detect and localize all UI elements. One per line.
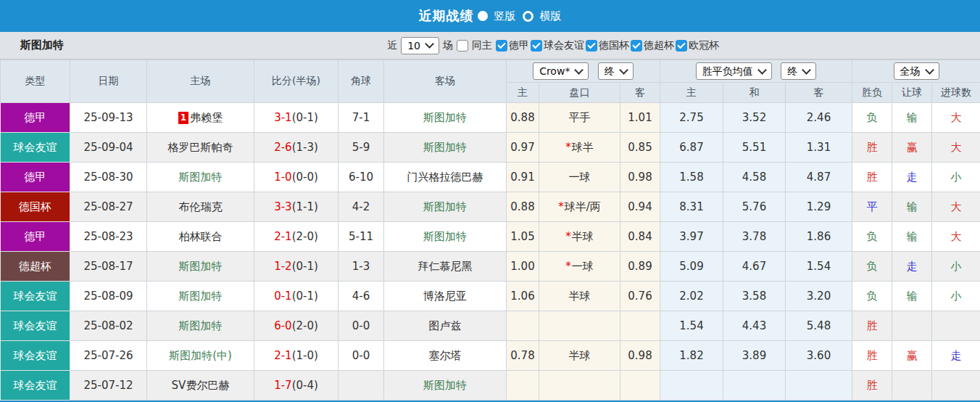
match-row: 德国杯25-08-27布伦瑞克3-3(1-1)4-2斯图加特0.88*球半/两0…	[1, 192, 980, 222]
result-goals-cell: 大	[932, 133, 980, 163]
corner-cell: 5-11	[339, 222, 384, 252]
sub-header-result-handicap: 让球	[892, 83, 932, 103]
col-header-home: 主场	[147, 60, 254, 103]
league-checkbox[interactable]	[631, 40, 642, 52]
handicap-home-odds-cell: 1.06	[507, 282, 539, 311]
avg-draw-odds-cell: 3.52	[723, 103, 786, 133]
avg-home-odds-cell: 5.09	[660, 252, 723, 282]
away-team-cell: 斯图加特	[384, 192, 507, 222]
away-team-cell: 门兴格拉德巴赫	[384, 163, 507, 192]
home-team-cell: 斯图加特	[147, 311, 254, 341]
handicap-line-cell: 一球	[539, 163, 620, 192]
sub-header-result-wdl: 胜负	[852, 83, 892, 103]
recent-results-table: 类型 日期 主场 比分(半场) 角球 客场 Crow* 终 胜平负均值 终	[0, 60, 980, 401]
away-team-cell: 博洛尼亚	[384, 282, 507, 311]
home-team-cell: SV费尔巴赫	[147, 371, 254, 401]
date-cell: 25-08-27	[70, 192, 147, 222]
handicap-home-odds-cell: 1.05	[507, 222, 539, 252]
avg-home-odds-cell: 6.87	[660, 133, 723, 163]
score-cell: 1-2(0-1)	[254, 252, 339, 282]
avg-draw-odds-cell: 3.58	[723, 282, 786, 311]
avg-home-odds-cell: 1.58	[660, 163, 723, 192]
league-type-cell: 球会友谊	[1, 282, 70, 311]
rank-badge: 1	[178, 112, 188, 124]
sub-header-handicap-home: 主	[507, 83, 539, 103]
league-label[interactable]: 德超杯	[644, 39, 674, 52]
handicap-line-cell: *球半/两	[539, 192, 620, 222]
date-cell: 25-07-26	[70, 341, 147, 371]
sub-header-handicap-away: 客	[620, 83, 660, 103]
check-icon	[677, 40, 685, 48]
match-count-select[interactable]: 10	[401, 37, 439, 54]
games-label: 场	[443, 39, 453, 52]
result-goals-cell: 大	[932, 103, 980, 133]
col-header-type: 类型	[1, 60, 70, 103]
date-cell: 25-08-09	[70, 282, 147, 311]
same-venue-checkbox[interactable]	[457, 40, 468, 52]
same-venue-label[interactable]: 同主	[472, 39, 492, 52]
result-handicap-cell: 走	[892, 252, 932, 282]
corner-cell: 5-9	[339, 133, 384, 163]
home-team-cell: 1弗赖堡	[147, 103, 254, 133]
check-icon	[532, 40, 540, 48]
avg-home-odds-cell: 1.82	[660, 341, 723, 371]
sub-header-result-goals: 进球数	[932, 83, 980, 103]
layout-horizontal-label[interactable]: 横版	[540, 9, 562, 23]
date-cell: 25-09-13	[70, 103, 147, 133]
match-row: 德甲25-08-23柏林联合2-1(2-0)5-11斯图加特1.05*半球0.8…	[1, 222, 980, 252]
handicap-away-odds-cell	[620, 371, 660, 401]
avg-away-odds-cell: 1.31	[786, 133, 852, 163]
league-checkbox[interactable]	[676, 40, 687, 52]
bookmaker-select[interactable]: Crow*	[533, 62, 589, 80]
result-wdl-cell: 负	[852, 103, 892, 133]
scope-select[interactable]: 全场	[894, 62, 939, 80]
league-label[interactable]: 德甲	[509, 39, 529, 52]
result-goals-cell: 大	[932, 192, 980, 222]
avg-draw-odds-cell: 5.76	[723, 192, 786, 222]
handicap-line-cell: 平手	[539, 103, 620, 133]
league-checkbox[interactable]	[586, 40, 597, 52]
layout-vertical-label[interactable]: 竖版	[494, 9, 516, 23]
avg-draw-odds-cell: 4.58	[723, 163, 786, 192]
layout-vertical-radio-icon[interactable]	[478, 11, 488, 21]
home-team-cell: 斯图加特	[147, 282, 254, 311]
result-wdl-cell: 胜	[852, 311, 892, 341]
home-team-cell: 斯图加特	[147, 252, 254, 282]
handicap-away-odds-cell: 0.98	[620, 341, 660, 371]
handicap-header-cell: Crow* 终	[507, 60, 660, 83]
sub-header-avg-home: 主	[660, 83, 723, 103]
recent-results-topbar: 近期战绩 竖版 横版	[0, 0, 980, 32]
result-wdl-cell: 胜	[852, 133, 892, 163]
avg-away-odds-cell: 4.87	[786, 163, 852, 192]
result-handicap-cell: 输	[892, 192, 932, 222]
chevron-down-icon	[802, 65, 811, 75]
layout-horizontal-radio-icon[interactable]	[523, 11, 533, 22]
league-label[interactable]: 球会友谊	[544, 39, 584, 52]
handicap-line-cell: 半球	[539, 341, 620, 371]
league-label[interactable]: 德国杯	[599, 39, 629, 52]
sub-header-avg-away: 客	[786, 83, 852, 103]
handicap-away-odds-cell	[620, 311, 660, 341]
corner-cell: 1-3	[339, 252, 384, 282]
avg-odds-select[interactable]: 胜平负均值	[696, 62, 772, 80]
filter-bar: 斯图加特 近 10 场 同主 德甲球会友谊德国杯德超杯欧冠杯	[0, 32, 980, 60]
score-cell: 6-0(2-0)	[254, 311, 339, 341]
star-marker: *	[558, 200, 564, 213]
match-count-value: 10	[407, 39, 420, 52]
date-cell: 25-08-02	[70, 311, 147, 341]
match-row: 德超杯25-08-17斯图加特1-2(0-1)1-3拜仁慕尼黑1.00*一球0.…	[1, 252, 980, 282]
result-goals-cell: 走	[932, 341, 980, 371]
league-label[interactable]: 欧冠杯	[689, 39, 719, 52]
avg-final-select[interactable]: 终	[781, 62, 816, 80]
league-checkbox[interactable]	[531, 40, 542, 52]
result-scope-header-cell: 全场	[852, 60, 980, 83]
result-wdl-cell: 胜	[852, 163, 892, 192]
league-checkbox[interactable]	[496, 40, 507, 52]
handicap-final-select[interactable]: 终	[598, 62, 634, 80]
col-header-away: 客场	[384, 60, 507, 103]
avg-home-odds-cell: 1.54	[660, 311, 723, 341]
match-row: 球会友谊25-07-26斯图加特(中)2-1(1-0)0-0塞尔塔0.78半球0…	[1, 341, 980, 371]
result-wdl-cell: 胜	[852, 341, 892, 371]
check-icon	[497, 40, 505, 48]
chevron-down-icon	[425, 39, 434, 49]
